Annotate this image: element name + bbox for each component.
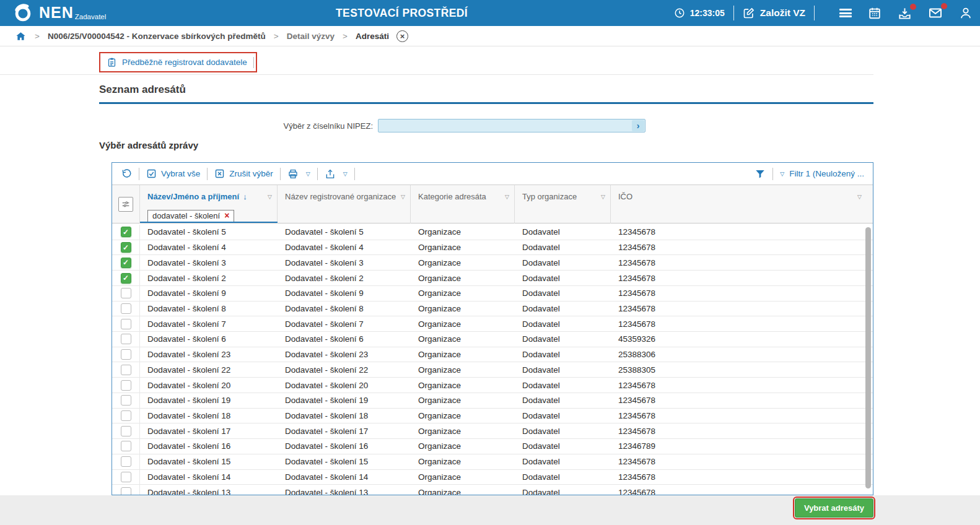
row-checkbox[interactable] xyxy=(121,441,131,451)
breadcrumb-detail[interactable]: Detail výzvy xyxy=(287,32,335,41)
org-cell: Dodavatel - školení 16 xyxy=(278,441,411,451)
profile-button[interactable] xyxy=(959,6,973,20)
table-row[interactable]: ✓Dodavatel - školení 3Dodavatel - školen… xyxy=(112,255,873,271)
column-header-organization[interactable]: Název registrované organizace ▽ xyxy=(278,185,411,208)
table-row[interactable]: Dodavatel - školení 23Dodavatel - školen… xyxy=(112,347,873,363)
ico-cell: 12345678 xyxy=(611,488,873,495)
checkbox-x-icon xyxy=(214,168,225,179)
table-row[interactable]: Dodavatel - školení 13Dodavatel - školen… xyxy=(112,485,873,495)
printer-icon xyxy=(287,168,299,180)
table-row[interactable]: Dodavatel - školení 9Dodavatel - školení… xyxy=(112,286,873,302)
row-checkbox[interactable] xyxy=(121,426,131,436)
org-cell: Dodavatel - školení 22 xyxy=(278,365,411,375)
menu-button[interactable] xyxy=(839,7,852,19)
clock: 12:33:05 xyxy=(674,7,725,19)
clear-selection-button[interactable]: Zrušit výběr xyxy=(214,168,273,179)
category-cell: Organizace xyxy=(411,396,515,405)
column-settings-button[interactable] xyxy=(118,197,133,212)
table-row[interactable]: Dodavatel - školení 7Dodavatel - školení… xyxy=(112,316,873,332)
sort-desc-icon: ↓ xyxy=(243,192,247,201)
nen-logo[interactable]: NEN Zadavatel xyxy=(12,2,106,24)
table-row[interactable]: ✓Dodavatel - školení 5Dodavatel - školen… xyxy=(112,225,873,240)
category-cell: Organizace xyxy=(411,457,515,466)
divider xyxy=(354,168,355,180)
messages-button[interactable] xyxy=(928,6,943,20)
table-toolbar: Vybrat vše Zrušit výběr ▽ ▽ xyxy=(112,163,873,185)
refresh-icon xyxy=(121,168,132,180)
select-all-button[interactable]: Vybrat vše xyxy=(146,168,200,179)
select-addressees-button[interactable]: Vybrat adresáty xyxy=(795,498,873,518)
nipez-input[interactable] xyxy=(378,119,631,132)
table-row[interactable]: Dodavatel - školení 8Dodavatel - školení… xyxy=(112,302,873,317)
column-filter-icon[interactable]: ▽ xyxy=(501,194,509,200)
row-checkbox[interactable] xyxy=(121,365,131,375)
table-row[interactable]: Dodavatel - školení 6Dodavatel - školení… xyxy=(112,332,873,347)
remove-filter-icon[interactable]: × xyxy=(224,211,229,220)
table-row[interactable]: Dodavatel - školení 14Dodavatel - školen… xyxy=(112,470,873,485)
print-button[interactable]: ▽ xyxy=(287,168,310,180)
column-filter-icon[interactable]: ▽ xyxy=(854,194,862,200)
filter-funnel-icon[interactable] xyxy=(755,168,766,180)
row-checkbox-checked[interactable]: ✓ xyxy=(121,227,131,237)
refresh-button[interactable] xyxy=(121,168,132,180)
row-checkbox[interactable] xyxy=(121,410,131,421)
close-tab-icon[interactable]: × xyxy=(396,30,408,42)
row-checkbox[interactable] xyxy=(121,456,131,467)
table-row[interactable]: Dodavatel - školení 16Dodavatel - školen… xyxy=(112,439,873,454)
table-row[interactable]: Dodavatel - školení 17Dodavatel - školen… xyxy=(112,423,873,439)
type-cell: Dodavatel xyxy=(515,488,611,495)
row-checkbox-checked[interactable]: ✓ xyxy=(121,273,131,284)
org-cell: Dodavatel - školení 6 xyxy=(278,334,411,344)
breadcrumb-contract[interactable]: N006/25/V00004542 - Konzervace sbírkovýc… xyxy=(48,32,266,41)
filter-cell-empty xyxy=(278,208,411,223)
ico-cell: 12345678 xyxy=(611,289,873,298)
row-checkbox-checked[interactable]: ✓ xyxy=(121,258,131,268)
preregister-supplier-button[interactable]: Předběžně registrovat dodavatele xyxy=(99,52,257,72)
table-row[interactable]: ✓Dodavatel - školení 4Dodavatel - školen… xyxy=(112,240,873,256)
breadcrumb: > N006/25/V00004542 - Konzervace sbírkov… xyxy=(0,26,980,46)
table-row[interactable]: Dodavatel - školení 19Dodavatel - školen… xyxy=(112,393,873,409)
row-checkbox-checked[interactable]: ✓ xyxy=(121,242,131,253)
row-checkbox[interactable] xyxy=(121,472,131,482)
column-header-category[interactable]: Kategorie adresáta ▽ xyxy=(411,185,515,208)
inbox-button[interactable] xyxy=(898,6,912,20)
row-checkbox[interactable] xyxy=(121,487,131,495)
row-checkbox[interactable] xyxy=(121,319,131,329)
column-header-name[interactable]: Název/Jméno a příjmení ↓ ▽ xyxy=(140,185,278,208)
filter-dropdown-icon[interactable]: ▽ xyxy=(780,171,784,177)
column-filter-icon[interactable]: ▽ xyxy=(597,194,605,200)
column-filter-icon[interactable]: ▽ xyxy=(397,194,405,200)
row-checkbox[interactable] xyxy=(121,380,131,391)
column-header-ico[interactable]: IČO ▽ xyxy=(611,185,873,208)
row-checkbox[interactable] xyxy=(121,395,131,406)
table-row[interactable]: Dodavatel - školení 18Dodavatel - školen… xyxy=(112,409,873,424)
table-row[interactable]: Dodavatel - školení 22Dodavatel - školen… xyxy=(112,362,873,378)
clock-icon xyxy=(674,7,685,19)
calendar-button[interactable] xyxy=(868,6,882,20)
nipez-open-icon[interactable]: › xyxy=(632,120,644,131)
column-filter-icon[interactable]: ▽ xyxy=(264,194,272,200)
filter-cell-empty xyxy=(411,208,515,223)
row-checkbox[interactable] xyxy=(121,349,131,360)
checkbox-cell: ✓ xyxy=(112,271,140,285)
vertical-scrollbar[interactable] xyxy=(865,227,871,488)
row-checkbox[interactable] xyxy=(121,288,131,298)
active-filter-label[interactable]: Filtr 1 (Neuložený ... xyxy=(789,169,864,178)
select-all-label: Vybrat vše xyxy=(161,169,200,178)
breadcrumb-chevron: > xyxy=(343,32,348,41)
table-row[interactable]: Dodavatel - školení 15Dodavatel - školen… xyxy=(112,454,873,470)
row-checkbox[interactable] xyxy=(121,334,131,344)
category-cell: Organizace xyxy=(411,441,515,451)
export-button[interactable]: ▽ xyxy=(325,168,348,180)
column-header-type[interactable]: Typ organizace ▽ xyxy=(515,185,611,208)
nipez-field[interactable]: › xyxy=(378,119,645,132)
row-checkbox[interactable] xyxy=(121,303,131,314)
filter-chip[interactable]: dodavatel - školení × xyxy=(147,210,234,222)
table-row[interactable]: ✓Dodavatel - školení 2Dodavatel - školen… xyxy=(112,271,873,286)
name-cell: Dodavatel - školení 18 xyxy=(140,411,278,420)
ico-cell: 12345678 xyxy=(611,274,873,283)
table-row[interactable]: Dodavatel - školení 20Dodavatel - školen… xyxy=(112,378,873,393)
org-cell: Dodavatel - školení 23 xyxy=(278,350,411,359)
create-vz-button[interactable]: Založit VZ xyxy=(743,7,805,19)
home-icon[interactable] xyxy=(15,30,27,42)
